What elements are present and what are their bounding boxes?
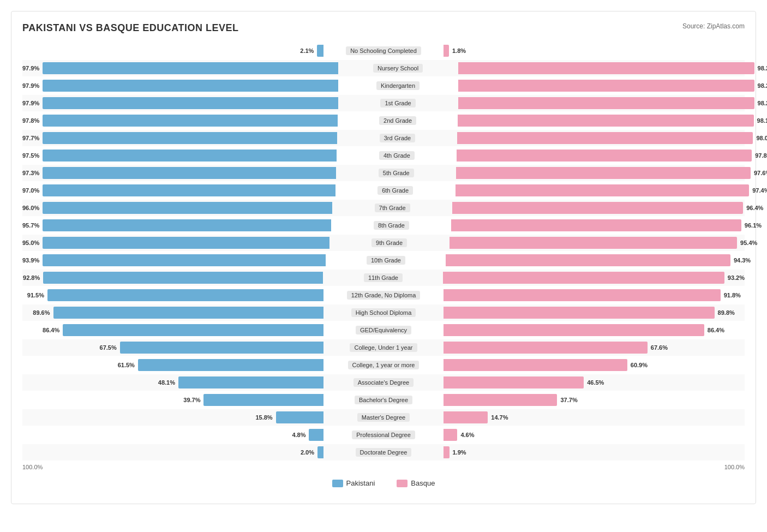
bar-pink — [446, 254, 730, 266]
center-label: 6th Grade — [377, 186, 413, 195]
table-row: 48.1% Associate's Degree 46.5% — [22, 374, 745, 391]
right-value: 91.8% — [724, 292, 741, 298]
center-label: Professional Degree — [352, 431, 415, 439]
center-label: Doctorate Degree — [356, 448, 412, 457]
table-row: 95.0% 9th Grade 95.4% — [22, 235, 745, 251]
footer-left: 100.0% — [22, 464, 43, 470]
table-row: 91.5% 12th Grade, No Diploma 91.8% — [22, 287, 745, 303]
table-row: 97.7% 3rd Grade 98.0% — [22, 130, 745, 146]
pakistani-swatch — [332, 480, 343, 487]
chart-body: 2.1% No Schooling Completed 1.8% 97.9% N… — [22, 43, 745, 461]
right-value: 89.8% — [718, 309, 735, 316]
right-value: 96.1% — [745, 222, 762, 229]
bar-blue — [317, 45, 323, 57]
center-label: 11th Grade — [364, 273, 403, 282]
table-row: 39.7% Bachelor's Degree 37.7% — [22, 392, 745, 408]
table-row: 97.0% 6th Grade 97.4% — [22, 182, 745, 199]
bar-blue — [276, 411, 323, 423]
right-value: 94.3% — [734, 257, 751, 264]
center-label: College, Under 1 year — [350, 343, 417, 352]
left-value: 4.8% — [292, 432, 305, 438]
table-row: 97.9% Nursery School 98.2% — [22, 60, 745, 76]
chart-title: PAKISTANI VS BASQUE EDUCATION LEVEL — [22, 22, 239, 34]
right-value: 46.5% — [587, 379, 604, 386]
left-value: 89.6% — [33, 309, 50, 316]
bar-blue — [43, 167, 336, 179]
table-row: 97.9% Kindergarten 98.2% — [22, 77, 745, 94]
right-value: 93.2% — [728, 274, 745, 281]
chart-container: PAKISTANI VS BASQUE EDUCATION LEVEL Sour… — [11, 11, 756, 504]
bar-pink — [444, 307, 715, 319]
left-value: 97.3% — [22, 170, 39, 176]
left-value: 48.1% — [158, 379, 175, 386]
basque-label: Basque — [411, 479, 435, 487]
legend: Pakistani Basque — [22, 479, 745, 487]
bar-blue — [178, 376, 323, 388]
chart-header: PAKISTANI VS BASQUE EDUCATION LEVEL Sour… — [22, 22, 745, 34]
center-label: Master's Degree — [357, 413, 410, 422]
left-value: 39.7% — [183, 397, 200, 403]
table-row: 15.8% Master's Degree 14.7% — [22, 409, 745, 426]
table-row: 97.8% 2nd Grade 98.1% — [22, 112, 745, 129]
center-label: Bachelor's Degree — [355, 396, 412, 404]
bar-blue — [43, 219, 331, 231]
left-value: 95.0% — [22, 240, 39, 246]
left-value: 61.5% — [118, 362, 135, 368]
center-label: 7th Grade — [375, 204, 410, 212]
left-value: 15.8% — [255, 414, 272, 421]
bar-pink — [456, 184, 750, 196]
bar-blue — [43, 62, 338, 74]
center-label: No Schooling Completed — [346, 46, 421, 55]
footer-row: 100.0% 100.0% — [22, 464, 745, 470]
right-value: 86.4% — [708, 327, 724, 333]
left-value: 97.0% — [22, 187, 39, 194]
bar-blue — [43, 150, 337, 162]
bar-pink — [443, 272, 724, 284]
bar-pink — [444, 342, 648, 354]
bar-pink — [457, 150, 752, 162]
table-row: 2.0% Doctorate Degree 1.9% — [22, 444, 745, 461]
center-label: 9th Grade — [371, 238, 407, 247]
right-value: 97.8% — [755, 152, 767, 159]
right-value: 60.9% — [631, 362, 648, 368]
bar-blue — [43, 115, 338, 127]
legend-item-basque: Basque — [397, 479, 435, 487]
left-value: 93.9% — [22, 257, 39, 264]
bar-blue — [138, 359, 323, 371]
bar-pink — [444, 429, 457, 441]
center-label: GED/Equivalency — [356, 326, 411, 334]
left-value: 97.7% — [22, 135, 39, 141]
bar-blue — [317, 446, 323, 458]
bar-blue — [53, 307, 323, 319]
left-value: 97.9% — [22, 100, 39, 106]
bar-pink — [444, 324, 704, 336]
right-value: 37.7% — [560, 397, 577, 403]
right-value: 14.7% — [491, 414, 508, 421]
left-value: 95.7% — [22, 222, 39, 229]
table-row: 92.8% 11th Grade 93.2% — [22, 270, 745, 286]
left-value: 91.5% — [27, 292, 44, 298]
center-label: 1st Grade — [380, 99, 415, 107]
table-row: 96.0% 7th Grade 96.4% — [22, 200, 745, 216]
bar-pink — [458, 62, 754, 74]
bar-blue — [309, 429, 323, 441]
right-value: 1.9% — [453, 449, 466, 456]
center-label: College, 1 year or more — [348, 361, 420, 369]
table-row: 67.5% College, Under 1 year 67.6% — [22, 339, 745, 356]
left-value: 97.9% — [22, 65, 39, 71]
right-value: 97.6% — [754, 170, 767, 176]
right-value: 98.2% — [758, 100, 767, 106]
bar-pink — [451, 219, 741, 231]
bar-pink — [457, 132, 753, 144]
bar-blue — [43, 254, 326, 266]
left-value: 92.8% — [23, 274, 40, 281]
center-label: Associate's Degree — [353, 378, 414, 387]
chart-source: Source: ZipAtlas.com — [682, 22, 745, 30]
bar-pink — [452, 202, 743, 214]
right-value: 67.6% — [651, 344, 668, 351]
bar-pink — [458, 97, 754, 109]
center-label: 10th Grade — [367, 256, 405, 265]
right-value: 98.2% — [758, 65, 767, 71]
table-row: 86.4% GED/Equivalency 86.4% — [22, 322, 745, 338]
table-row: 97.9% 1st Grade 98.2% — [22, 95, 745, 111]
